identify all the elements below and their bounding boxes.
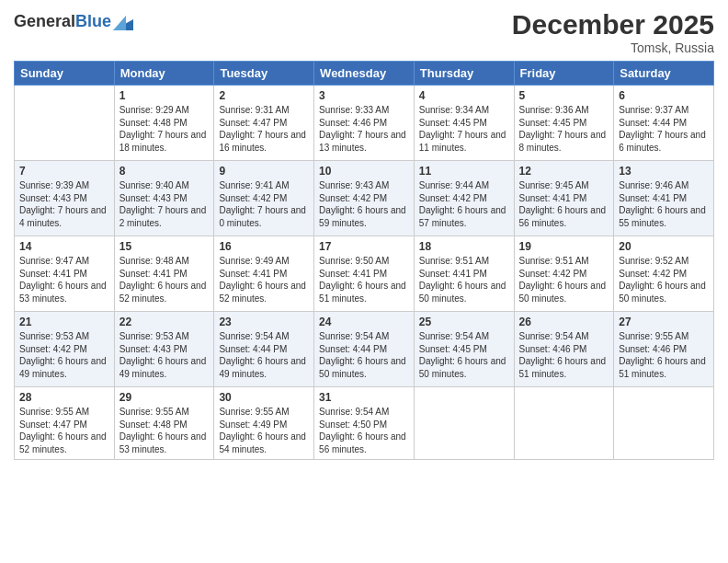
calendar-cell: 23Sunrise: 9:54 AMSunset: 4:44 PMDayligh… (214, 312, 314, 387)
day-number: 7 (19, 165, 109, 178)
calendar-cell: 17Sunrise: 9:50 AMSunset: 4:41 PMDayligh… (314, 236, 415, 312)
calendar-cell: 1Sunrise: 9:29 AMSunset: 4:48 PMDaylight… (114, 86, 214, 161)
calendar-cell: 7Sunrise: 9:39 AMSunset: 4:43 PMDaylight… (15, 161, 115, 236)
weekday-header-tuesday: Tuesday (214, 62, 314, 86)
calendar-cell: 13Sunrise: 9:46 AMSunset: 4:41 PMDayligh… (614, 161, 714, 236)
day-number: 31 (319, 391, 409, 404)
calendar-cell: 6Sunrise: 9:37 AMSunset: 4:44 PMDaylight… (614, 86, 714, 161)
cell-info: Sunrise: 9:36 AMSunset: 4:45 PMDaylight:… (519, 104, 609, 154)
weekday-header-monday: Monday (114, 62, 214, 86)
day-number: 1 (119, 89, 210, 102)
cell-info: Sunrise: 9:53 AMSunset: 4:43 PMDaylight:… (119, 330, 210, 380)
cell-info: Sunrise: 9:40 AMSunset: 4:43 PMDaylight:… (119, 179, 210, 229)
day-number: 19 (519, 240, 609, 253)
calendar-cell: 29Sunrise: 9:55 AMSunset: 4:48 PMDayligh… (114, 387, 214, 460)
day-number: 11 (419, 165, 509, 178)
cell-info: Sunrise: 9:29 AMSunset: 4:48 PMDaylight:… (119, 104, 210, 154)
weekday-header-row: SundayMondayTuesdayWednesdayThursdayFrid… (15, 62, 714, 86)
calendar-cell: 8Sunrise: 9:40 AMSunset: 4:43 PMDaylight… (114, 161, 214, 236)
calendar-cell: 4Sunrise: 9:34 AMSunset: 4:45 PMDaylight… (414, 86, 514, 161)
calendar-row: 7Sunrise: 9:39 AMSunset: 4:43 PMDaylight… (15, 161, 714, 236)
day-number: 28 (19, 391, 109, 404)
cell-info: Sunrise: 9:52 AMSunset: 4:42 PMDaylight:… (619, 255, 709, 304)
day-number: 15 (119, 240, 210, 253)
calendar-cell: 12Sunrise: 9:45 AMSunset: 4:41 PMDayligh… (514, 161, 614, 236)
day-number: 25 (419, 316, 509, 328)
day-number: 4 (419, 89, 509, 102)
calendar-cell: 2Sunrise: 9:31 AMSunset: 4:47 PMDaylight… (214, 86, 314, 161)
cell-info: Sunrise: 9:31 AMSunset: 4:47 PMDaylight:… (219, 104, 309, 154)
calendar-cell: 24Sunrise: 9:54 AMSunset: 4:44 PMDayligh… (314, 312, 415, 387)
logo-general: GeneralBlue (14, 13, 111, 30)
calendar-cell: 10Sunrise: 9:43 AMSunset: 4:42 PMDayligh… (314, 161, 415, 236)
weekday-header-wednesday: Wednesday (314, 62, 415, 86)
cell-info: Sunrise: 9:47 AMSunset: 4:41 PMDaylight:… (19, 255, 109, 304)
weekday-header-thursday: Thursday (414, 62, 514, 86)
logo-icon (113, 14, 133, 30)
calendar-cell (414, 387, 514, 460)
svg-marker-1 (113, 16, 126, 30)
day-number: 26 (519, 316, 609, 328)
cell-info: Sunrise: 9:33 AMSunset: 4:46 PMDaylight:… (319, 104, 409, 154)
cell-info: Sunrise: 9:55 AMSunset: 4:49 PMDaylight:… (219, 406, 309, 455)
day-number: 10 (319, 165, 409, 178)
header: GeneralBlue December 2025 Tomsk, Russia (14, 9, 714, 55)
calendar-cell: 16Sunrise: 9:49 AMSunset: 4:41 PMDayligh… (214, 236, 314, 312)
cell-info: Sunrise: 9:41 AMSunset: 4:42 PMDaylight:… (219, 179, 309, 229)
cell-info: Sunrise: 9:54 AMSunset: 4:50 PMDaylight:… (319, 406, 409, 455)
day-number: 29 (119, 391, 210, 404)
day-number: 18 (419, 240, 509, 253)
cell-info: Sunrise: 9:44 AMSunset: 4:42 PMDaylight:… (419, 179, 509, 229)
calendar-cell (514, 387, 614, 460)
calendar-cell: 9Sunrise: 9:41 AMSunset: 4:42 PMDaylight… (214, 161, 314, 236)
day-number: 5 (519, 89, 609, 102)
calendar-cell (614, 387, 714, 460)
cell-info: Sunrise: 9:46 AMSunset: 4:41 PMDaylight:… (619, 179, 709, 229)
calendar-cell: 27Sunrise: 9:55 AMSunset: 4:46 PMDayligh… (614, 312, 714, 387)
calendar-title: December 2025 (512, 9, 714, 40)
calendar-row: 28Sunrise: 9:55 AMSunset: 4:47 PMDayligh… (15, 387, 714, 460)
calendar-cell: 14Sunrise: 9:47 AMSunset: 4:41 PMDayligh… (15, 236, 115, 312)
calendar-cell: 25Sunrise: 9:54 AMSunset: 4:45 PMDayligh… (414, 312, 514, 387)
day-number: 27 (619, 316, 709, 328)
calendar-cell: 28Sunrise: 9:55 AMSunset: 4:47 PMDayligh… (15, 387, 115, 460)
weekday-header-friday: Friday (514, 62, 614, 86)
calendar-table: SundayMondayTuesdayWednesdayThursdayFrid… (14, 61, 714, 460)
cell-info: Sunrise: 9:49 AMSunset: 4:41 PMDaylight:… (219, 255, 309, 304)
day-number: 3 (319, 89, 409, 102)
calendar-cell: 20Sunrise: 9:52 AMSunset: 4:42 PMDayligh… (614, 236, 714, 312)
cell-info: Sunrise: 9:53 AMSunset: 4:42 PMDaylight:… (19, 330, 109, 380)
calendar-cell: 15Sunrise: 9:48 AMSunset: 4:41 PMDayligh… (114, 236, 214, 312)
calendar-row: 14Sunrise: 9:47 AMSunset: 4:41 PMDayligh… (15, 236, 714, 312)
cell-info: Sunrise: 9:43 AMSunset: 4:42 PMDaylight:… (319, 179, 409, 229)
day-number: 23 (219, 316, 309, 328)
cell-info: Sunrise: 9:37 AMSunset: 4:44 PMDaylight:… (619, 104, 709, 154)
cell-info: Sunrise: 9:50 AMSunset: 4:41 PMDaylight:… (319, 255, 409, 304)
day-number: 21 (19, 316, 109, 328)
calendar-row: 1Sunrise: 9:29 AMSunset: 4:48 PMDaylight… (15, 86, 714, 161)
day-number: 20 (619, 240, 709, 253)
day-number: 14 (19, 240, 109, 253)
day-number: 16 (219, 240, 309, 253)
cell-info: Sunrise: 9:55 AMSunset: 4:48 PMDaylight:… (119, 406, 210, 455)
cell-info: Sunrise: 9:48 AMSunset: 4:41 PMDaylight:… (119, 255, 210, 304)
calendar-cell: 18Sunrise: 9:51 AMSunset: 4:41 PMDayligh… (414, 236, 514, 312)
calendar-cell: 30Sunrise: 9:55 AMSunset: 4:49 PMDayligh… (214, 387, 314, 460)
cell-info: Sunrise: 9:54 AMSunset: 4:46 PMDaylight:… (519, 330, 609, 380)
day-number: 9 (219, 165, 309, 178)
cell-info: Sunrise: 9:51 AMSunset: 4:41 PMDaylight:… (419, 255, 509, 304)
cell-info: Sunrise: 9:54 AMSunset: 4:45 PMDaylight:… (419, 330, 509, 380)
day-number: 30 (219, 391, 309, 404)
calendar-row: 21Sunrise: 9:53 AMSunset: 4:42 PMDayligh… (15, 312, 714, 387)
day-number: 6 (619, 89, 709, 102)
day-number: 13 (619, 165, 709, 178)
calendar-cell: 31Sunrise: 9:54 AMSunset: 4:50 PMDayligh… (314, 387, 415, 460)
cell-info: Sunrise: 9:34 AMSunset: 4:45 PMDaylight:… (419, 104, 509, 154)
calendar-cell: 26Sunrise: 9:54 AMSunset: 4:46 PMDayligh… (514, 312, 614, 387)
day-number: 22 (119, 316, 210, 328)
calendar-cell: 22Sunrise: 9:53 AMSunset: 4:43 PMDayligh… (114, 312, 214, 387)
calendar-cell (15, 86, 115, 161)
cell-info: Sunrise: 9:55 AMSunset: 4:46 PMDaylight:… (619, 330, 709, 380)
title-block: December 2025 Tomsk, Russia (512, 9, 714, 55)
calendar-cell: 21Sunrise: 9:53 AMSunset: 4:42 PMDayligh… (15, 312, 115, 387)
